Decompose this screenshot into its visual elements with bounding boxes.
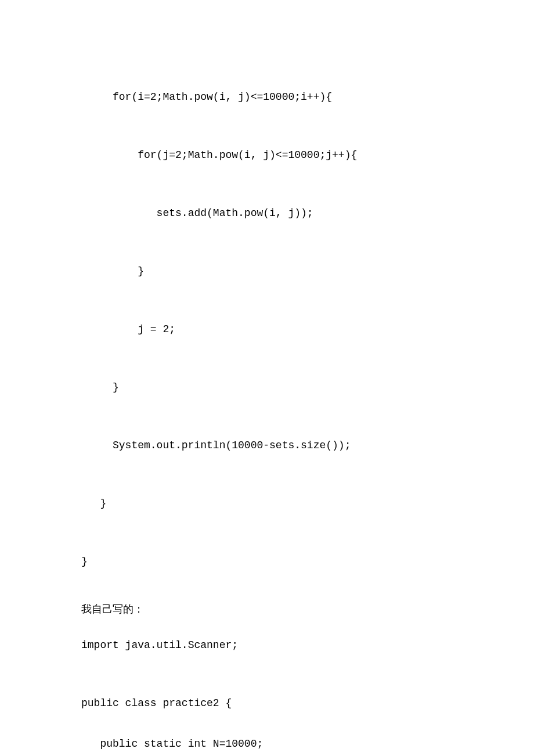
comment-chinese: 我自己写的： — [81, 604, 470, 618]
code-block-upper: for(i=2;Math.pow(i, j)<=10000;i++){ for(… — [81, 81, 470, 581]
code-line: sets.add(Math.pow(i, j)); — [81, 208, 470, 222]
code-line: } — [81, 556, 470, 570]
code-line: import java.util.Scanner; — [81, 640, 470, 654]
code-line: for(j=2;Math.pow(i, j)<=10000;j++){ — [81, 150, 470, 164]
code-line: for(i=2;Math.pow(i, j)<=10000;i++){ — [81, 92, 470, 106]
code-line: public class practice2 { — [81, 698, 470, 712]
code-line: System.out.println(10000-sets.size()); — [81, 440, 470, 454]
code-line: } — [81, 498, 470, 512]
code-line: public static int N=10000; — [81, 739, 470, 753]
code-block-lower: import java.util.Scanner; public class p… — [81, 629, 470, 756]
code-line: } — [81, 266, 470, 280]
code-line: j = 2; — [81, 324, 470, 338]
code-line: } — [81, 382, 470, 396]
